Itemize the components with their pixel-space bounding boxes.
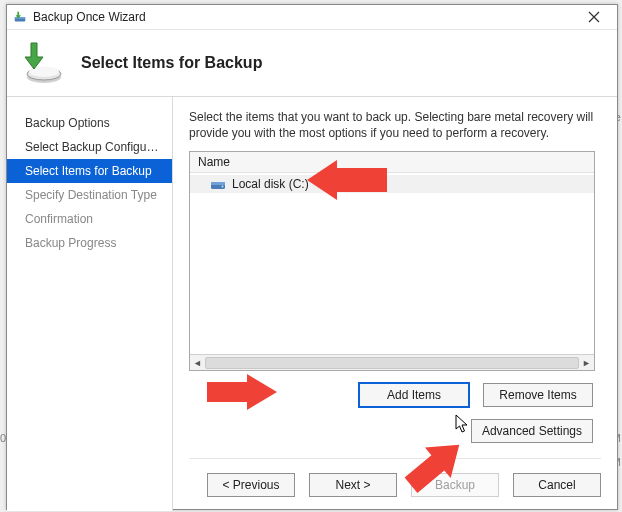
advanced-settings-button[interactable]: Advanced Settings: [471, 419, 593, 443]
step-backup-progress[interactable]: Backup Progress: [7, 231, 172, 255]
dialog-window: Backup Once Wizard Select Items for Back…: [6, 4, 618, 510]
scroll-left-button[interactable]: ◄: [190, 356, 205, 370]
wizard-main-panel: Select the items that you want to back u…: [173, 97, 617, 511]
instruction-text: Select the items that you want to back u…: [189, 109, 601, 141]
list-item-label: Local disk (C:): [232, 177, 309, 191]
step-confirmation[interactable]: Confirmation: [7, 207, 172, 231]
advanced-row: Advanced Settings: [189, 419, 593, 443]
app-icon: [13, 10, 27, 24]
horizontal-scrollbar[interactable]: ◄ ►: [190, 354, 594, 370]
svg-rect-6: [211, 182, 225, 185]
items-container: Local disk (C:): [190, 173, 594, 354]
close-button[interactable]: [577, 7, 611, 27]
page-title: Select Items for Backup: [81, 54, 262, 72]
svg-point-7: [222, 186, 224, 188]
banner-icon: [17, 39, 65, 87]
add-items-button[interactable]: Add Items: [359, 383, 469, 407]
step-select-items[interactable]: Select Items for Backup: [7, 159, 172, 183]
next-button[interactable]: Next >: [309, 473, 397, 497]
scroll-right-button[interactable]: ►: [579, 356, 594, 370]
svg-rect-1: [15, 17, 26, 19]
step-backup-options[interactable]: Backup Options: [7, 111, 172, 135]
disk-icon: [210, 177, 226, 191]
remove-items-button[interactable]: Remove Items: [483, 383, 593, 407]
items-listbox: Name Local disk (C:) ◄: [189, 151, 595, 371]
wizard-nav-row: < Previous Next > Backup Cancel: [189, 458, 601, 497]
backup-button: Backup: [411, 473, 499, 497]
scroll-track[interactable]: [205, 357, 579, 369]
wizard-banner: Select Items for Backup: [7, 30, 617, 97]
cancel-button[interactable]: Cancel: [513, 473, 601, 497]
step-destination-type[interactable]: Specify Destination Type: [7, 183, 172, 207]
step-select-backup-config[interactable]: Select Backup Configurat...: [7, 135, 172, 159]
list-header-name: Name: [190, 152, 594, 173]
close-icon: [588, 11, 600, 23]
wizard-steps-sidebar: Backup Options Select Backup Configurat.…: [7, 97, 173, 511]
window-title: Backup Once Wizard: [33, 10, 577, 24]
list-item[interactable]: Local disk (C:): [190, 175, 594, 193]
titlebar: Backup Once Wizard: [7, 5, 617, 30]
previous-button[interactable]: < Previous: [207, 473, 295, 497]
item-actions-row: Add Items Remove Items: [189, 383, 593, 407]
